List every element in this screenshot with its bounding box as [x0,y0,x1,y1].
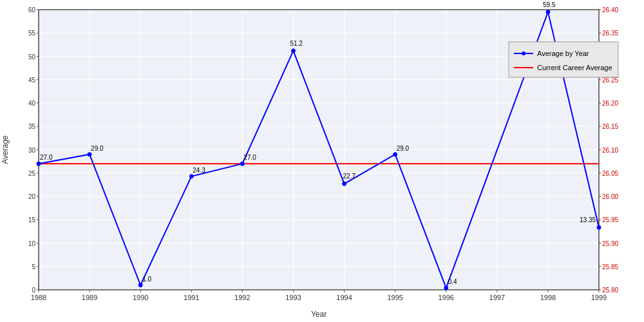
chart-container: 05101520253035404550556025.8025.8525.902… [0,0,644,322]
svg-text:25: 25 [28,170,36,177]
svg-text:Average: Average [1,135,10,164]
svg-text:1993: 1993 [285,294,301,301]
svg-text:0.4: 0.4 [448,278,457,285]
svg-text:26.10: 26.10 [602,147,618,154]
svg-text:26.40: 26.40 [602,6,618,14]
svg-text:59.5: 59.5 [543,1,556,8]
svg-text:30: 30 [28,147,36,154]
svg-text:1994: 1994 [336,294,352,301]
svg-text:27.0: 27.0 [40,154,53,161]
svg-text:29.0: 29.0 [91,145,104,152]
svg-text:25.85: 25.85 [602,263,618,270]
svg-text:1.0: 1.0 [142,276,151,283]
svg-point-110 [88,153,91,156]
svg-text:25.80: 25.80 [602,287,618,294]
svg-point-118 [291,49,295,53]
svg-text:26.00: 26.00 [602,193,618,200]
svg-text:40: 40 [28,100,36,107]
svg-text:26.05: 26.05 [602,170,618,177]
svg-text:45: 45 [28,77,36,84]
svg-text:26.15: 26.15 [602,123,618,130]
svg-point-132 [522,52,526,55]
svg-text:Current Career Average: Current Career Average [537,64,612,71]
svg-point-112 [138,283,142,287]
svg-text:1990: 1990 [133,294,148,301]
svg-point-124 [444,286,448,290]
svg-text:35: 35 [28,123,36,130]
svg-text:10: 10 [28,240,36,247]
svg-text:1996: 1996 [438,294,453,301]
svg-text:0: 0 [32,287,35,294]
svg-text:25.95: 25.95 [602,216,618,223]
svg-point-120 [343,182,346,185]
svg-text:60: 60 [28,6,36,14]
svg-text:1989: 1989 [82,294,97,301]
svg-text:13.35: 13.35 [580,216,596,223]
svg-text:29.0: 29.0 [397,145,410,152]
svg-text:1998: 1998 [540,294,556,301]
svg-point-108 [37,162,41,166]
svg-text:1991: 1991 [184,294,199,301]
svg-text:24.3: 24.3 [193,167,205,174]
svg-text:55: 55 [28,30,36,37]
svg-rect-130 [509,42,618,77]
svg-text:27.0: 27.0 [243,154,256,161]
svg-text:5: 5 [32,263,35,270]
svg-point-128 [597,225,601,229]
svg-text:25.90: 25.90 [602,240,618,247]
svg-point-122 [393,153,397,156]
svg-text:1997: 1997 [489,294,505,301]
svg-text:1992: 1992 [234,294,250,301]
svg-text:1999: 1999 [591,294,607,301]
svg-text:50: 50 [28,53,36,61]
svg-text:Average by Year: Average by Year [537,50,589,57]
svg-point-126 [546,10,550,14]
svg-text:22.7: 22.7 [343,173,356,180]
svg-text:26.35: 26.35 [602,30,618,37]
svg-point-114 [189,175,193,178]
svg-text:Year: Year [311,310,327,319]
svg-text:15: 15 [28,216,36,223]
svg-text:1988: 1988 [31,294,46,301]
svg-text:26.20: 26.20 [602,100,618,107]
svg-text:1995: 1995 [387,294,402,301]
svg-text:20: 20 [28,193,36,200]
svg-text:51.2: 51.2 [290,40,303,47]
svg-point-116 [240,162,244,166]
chart-svg: 05101520253035404550556025.8025.8525.902… [0,0,644,322]
